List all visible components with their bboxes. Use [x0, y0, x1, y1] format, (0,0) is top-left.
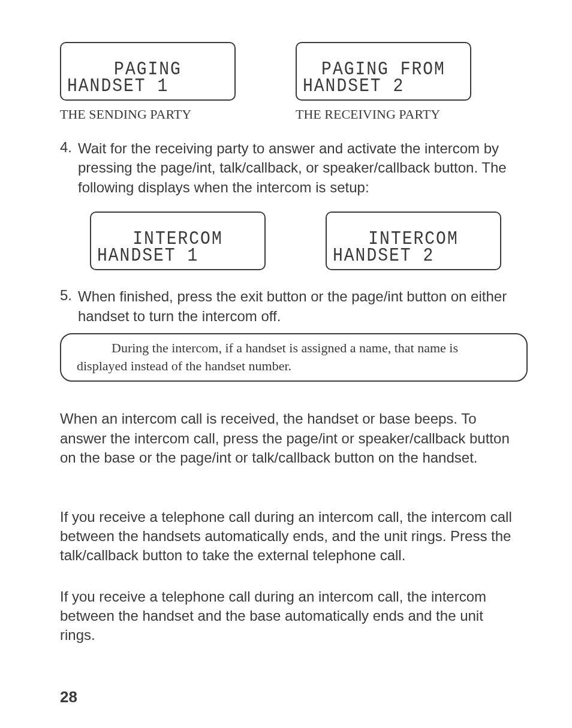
display-row-1: PAGING HANDSET 1 THE SENDING PARTY PAGIN… [60, 42, 518, 122]
step-5-text: When finished, press the exit button or … [78, 287, 518, 326]
step-4-text: Wait for the receiving party to answer a… [78, 139, 518, 197]
step-4: 4. Wait for the receiving party to answe… [60, 139, 518, 197]
lcd-receiver-line2: HANDSET 2 [303, 77, 464, 96]
lcd-intercom-left: INTERCOM HANDSET 1 [90, 212, 266, 270]
sender-caption: THE SENDING PARTY [60, 107, 236, 122]
note-text: During the intercom, if a handset is ass… [77, 340, 458, 373]
step-5: 5. When finished, press the exit button … [60, 287, 518, 326]
note-box: During the intercom, if a handset is ass… [60, 333, 528, 382]
paragraph-2: If you receive a telephone call during a… [60, 508, 518, 566]
lcd-receiver: PAGING FROM HANDSET 2 [296, 42, 471, 101]
paragraph-3: If you receive a telephone call during a… [60, 587, 518, 645]
step-4-number: 4. [60, 139, 78, 197]
lcd-sender: PAGING HANDSET 1 [60, 42, 236, 101]
lcd-intercom-right-line2: HANDSET 2 [333, 246, 494, 265]
receiver-caption: THE RECEIVING PARTY [296, 107, 471, 122]
step-5-number: 5. [60, 287, 78, 326]
page-number: 28 [60, 688, 77, 706]
lcd-intercom-right: INTERCOM HANDSET 2 [326, 212, 501, 270]
lcd-sender-line2: HANDSET 1 [67, 77, 228, 96]
lcd-intercom-left-line2: HANDSET 1 [97, 246, 258, 265]
receiver-cell: PAGING FROM HANDSET 2 THE RECEIVING PART… [296, 42, 471, 122]
paragraph-1: When an intercom call is received, the h… [60, 409, 518, 467]
sender-cell: PAGING HANDSET 1 THE SENDING PARTY [60, 42, 236, 122]
display-row-2: INTERCOM HANDSET 1 INTERCOM HANDSET 2 [90, 212, 518, 270]
